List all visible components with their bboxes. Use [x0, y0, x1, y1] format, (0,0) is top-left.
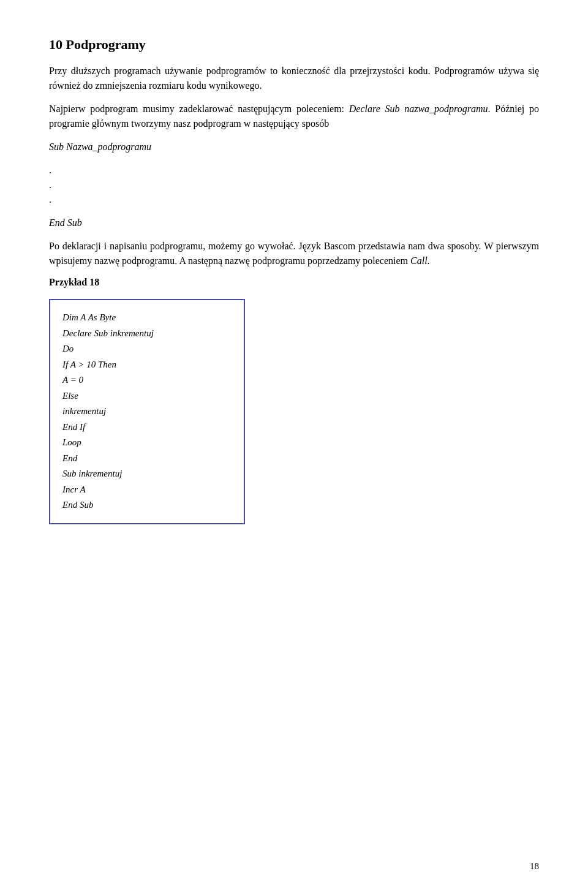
paragraph-3-start: Najpierw podprogram musimy zadeklarować … [49, 104, 349, 114]
code-line-2: Declare Sub inkrementuj [62, 326, 232, 342]
end-sub-line: End Sub [49, 217, 82, 228]
code-block-wrapper: Dim A As Byte Declare Sub inkrementuj Do… [49, 299, 245, 524]
code-line-6: Else [62, 388, 232, 404]
example-label: Przykład 18 [49, 277, 539, 288]
code-line-12: Incr A [62, 482, 232, 498]
paragraph-3-code: Declare Sub nazwa_podprogramu [349, 104, 488, 114]
page-number: 18 [530, 861, 539, 872]
dot-3: . [49, 194, 51, 205]
paragraph-5-end: . [428, 255, 430, 266]
dot-1: . [49, 165, 51, 175]
code-line-3: Do [62, 341, 232, 357]
paragraph-5-text: Po deklaracji i napisaniu podprogramu, m… [49, 241, 539, 266]
paragraph-1-text: Przy dłuższych programach używanie podpr… [49, 66, 431, 76]
code-line-5: A = 0 [62, 372, 232, 388]
code-line-11: Sub inkrementuj [62, 466, 232, 482]
code-line-1: Dim A As Byte [62, 310, 232, 326]
code-line-4: If A > 10 Then [62, 357, 232, 373]
code-block: Dim A As Byte Declare Sub inkrementuj Do… [62, 310, 232, 513]
dot-2: . [49, 179, 51, 190]
code-line-13: End Sub [62, 497, 232, 513]
code-line-8: End If [62, 420, 232, 436]
end-sub-paragraph: End Sub [49, 216, 539, 230]
sub-name-line: Sub Nazwa_podprogramu [49, 141, 151, 152]
page-container: 10 Podprogramy Przy dłuższych programach… [0, 0, 588, 890]
code-line-7: inkrementuj [62, 404, 232, 420]
dots-paragraph: . . . [49, 163, 539, 207]
code-line-9: Loop [62, 435, 232, 451]
paragraph-5: Po deklaracji i napisaniu podprogramu, m… [49, 239, 539, 268]
code-line-10: End [62, 451, 232, 467]
paragraph-3: Najpierw podprogram musimy zadeklarować … [49, 102, 539, 131]
paragraph-3-end: . [488, 104, 491, 114]
chapter-title: 10 Podprogramy [49, 37, 539, 53]
paragraph-1: Przy dłuższych programach używanie podpr… [49, 64, 539, 93]
sub-name-paragraph: Sub Nazwa_podprogramu [49, 140, 539, 154]
call-word: Call [410, 255, 428, 266]
